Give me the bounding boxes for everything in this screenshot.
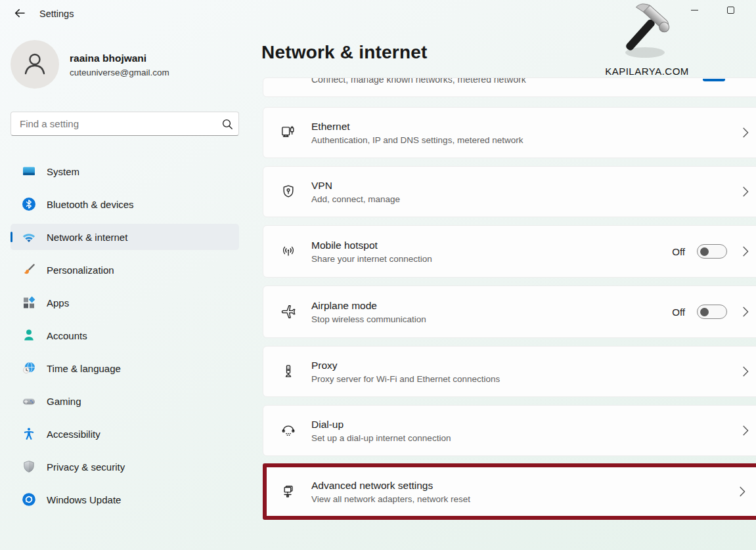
settings-window: Settings raaina bhojwani cuteuniverse@gm…	[0, 0, 756, 550]
sidebar-item-windows-update[interactable]: Windows Update	[11, 486, 239, 513]
profile-name: raaina bhojwani	[70, 53, 146, 64]
chevron-right-icon	[743, 246, 749, 257]
time-language-icon	[21, 360, 37, 376]
sidebar-item-personalization[interactable]: Personalization	[11, 257, 239, 283]
sidebar-nav: SystemBluetooth & devicesNetwork & inter…	[11, 158, 239, 519]
ethernet-icon	[280, 124, 297, 141]
sidebar-item-label: Network & internet	[47, 232, 127, 243]
sidebar-item-label: Accessibility	[47, 429, 100, 440]
hammer-icon	[611, 55, 683, 66]
personalization-icon	[21, 262, 37, 278]
update-icon	[21, 492, 37, 507]
vpn-icon	[280, 183, 297, 200]
watermark-text: KAPILARYA.COM	[594, 66, 700, 77]
settings-row-wifi-partial[interactable]: Connect, manage known networks, metered …	[263, 77, 756, 97]
chevron-right-icon	[740, 486, 745, 497]
sidebar-item-label: Accounts	[47, 330, 87, 341]
gaming-icon	[21, 393, 37, 409]
sidebar-item-label: Bluetooth & devices	[47, 199, 134, 210]
sidebar-item-network-internet[interactable]: Network & internet	[11, 224, 239, 250]
row-text: Dial-upSet up a dial-up internet connect…	[311, 419, 451, 443]
airplane-mode-toggle[interactable]	[697, 305, 727, 319]
dialup-icon	[280, 422, 297, 439]
maximize-button[interactable]	[715, 0, 745, 20]
settings-row-advanced-network-settings[interactable]: Advanced network settingsView all networ…	[263, 463, 756, 520]
sidebar-item-apps[interactable]: Apps	[11, 289, 239, 316]
chevron-right-icon	[743, 127, 749, 138]
privacy-icon	[21, 459, 37, 475]
sidebar-item-label: Gaming	[47, 396, 81, 407]
row-title: Ethernet	[311, 121, 523, 133]
row-title: Airplane mode	[311, 300, 426, 312]
sidebar-item-label: Personalization	[47, 264, 114, 276]
row-subtitle: Set up a dial-up internet connection	[311, 433, 451, 443]
window-title: Settings	[39, 9, 74, 19]
system-icon	[21, 163, 37, 179]
toggle-state-label: Off	[672, 307, 685, 318]
chevron-right-icon	[743, 425, 749, 436]
proxy-icon	[280, 363, 297, 380]
airplane-icon	[280, 303, 297, 320]
settings-row-airplane-mode[interactable]: Airplane modeStop wireless communication…	[263, 286, 756, 338]
row-subtitle: View all network adapters, network reset	[311, 494, 470, 504]
sidebar-item-time-language[interactable]: Time & language	[11, 355, 239, 381]
sidebar-item-gaming[interactable]: Gaming	[11, 388, 239, 414]
sidebar-item-label: Windows Update	[47, 494, 121, 505]
settings-row-mobile-hotspot[interactable]: Mobile hotspotShare your internet connec…	[263, 225, 756, 278]
advanced-network-icon	[280, 483, 297, 500]
search-box	[11, 112, 239, 136]
row-text: ProxyProxy server for Wi-Fi and Ethernet…	[311, 360, 500, 384]
row-title: Proxy	[311, 360, 500, 371]
settings-row-dial-up[interactable]: Dial-upSet up a dial-up internet connect…	[263, 405, 756, 456]
row-text: Airplane modeStop wireless communication	[311, 300, 426, 324]
network-icon	[21, 229, 37, 245]
maximize-icon	[727, 7, 734, 14]
selected-accent-bar	[11, 232, 12, 242]
person-icon	[20, 49, 49, 80]
row-subtitle: Stop wireless communication	[311, 314, 426, 324]
chevron-right-icon	[743, 307, 749, 317]
row-subtitle: Authentication, IP and DNS settings, met…	[311, 135, 523, 145]
wifi-toggle-sliver[interactable]	[703, 79, 725, 81]
back-button[interactable]	[9, 5, 30, 24]
row-text: EthernetAuthentication, IP and DNS setti…	[311, 121, 523, 145]
sidebar-item-system[interactable]: System	[11, 158, 239, 184]
back-arrow-icon	[13, 7, 26, 22]
profile-email: cuteuniverse@gmail.com	[70, 68, 169, 77]
page-title: Network & internet	[261, 42, 428, 63]
row-subtitle: Proxy server for Wi-Fi and Ethernet conn…	[311, 374, 500, 384]
toggle-knob	[700, 308, 709, 316]
sidebar-item-accessibility[interactable]: Accessibility	[11, 421, 239, 447]
sidebar-item-privacy-security[interactable]: Privacy & security	[11, 454, 239, 480]
settings-row-vpn[interactable]: VPNAdd, connect, manage	[263, 166, 756, 217]
row-title: Dial-up	[311, 419, 451, 431]
search-icon[interactable]	[216, 118, 238, 130]
row-subtitle: Share your internet connection	[311, 254, 432, 264]
sidebar-item-label: Apps	[47, 297, 69, 308]
toggle-state-label: Off	[672, 246, 685, 257]
sidebar-item-accounts[interactable]: Accounts	[11, 322, 239, 349]
watermark: KAPILARYA.COM	[594, 1, 700, 77]
row-subtitle: Add, connect, manage	[311, 194, 400, 204]
settings-row-ethernet[interactable]: EthernetAuthentication, IP and DNS setti…	[263, 107, 756, 158]
search-input[interactable]	[11, 118, 216, 129]
avatar	[11, 40, 59, 89]
sidebar-item-bluetooth-devices[interactable]: Bluetooth & devices	[11, 191, 239, 217]
bluetooth-icon	[21, 196, 37, 212]
row-text: VPNAdd, connect, manage	[311, 180, 400, 204]
mobile-hotspot-icon	[280, 243, 297, 260]
row-title: Mobile hotspot	[311, 240, 432, 251]
sidebar-item-label: Time & language	[47, 363, 121, 374]
settings-row-proxy[interactable]: ProxyProxy server for Wi-Fi and Ethernet…	[263, 346, 756, 397]
chevron-right-icon	[743, 366, 749, 377]
row-subtitle: Connect, manage known networks, metered …	[311, 77, 526, 85]
sidebar-item-label: System	[47, 166, 79, 177]
mobile-hotspot-toggle[interactable]	[697, 244, 727, 259]
row-text: Advanced network settingsView all networ…	[311, 480, 470, 504]
row-text: Mobile hotspotShare your internet connec…	[311, 240, 432, 264]
sidebar-item-label: Privacy & security	[47, 461, 125, 473]
apps-icon	[21, 295, 37, 310]
row-title: VPN	[311, 180, 400, 192]
accessibility-icon	[21, 426, 37, 442]
accounts-icon	[21, 328, 37, 343]
